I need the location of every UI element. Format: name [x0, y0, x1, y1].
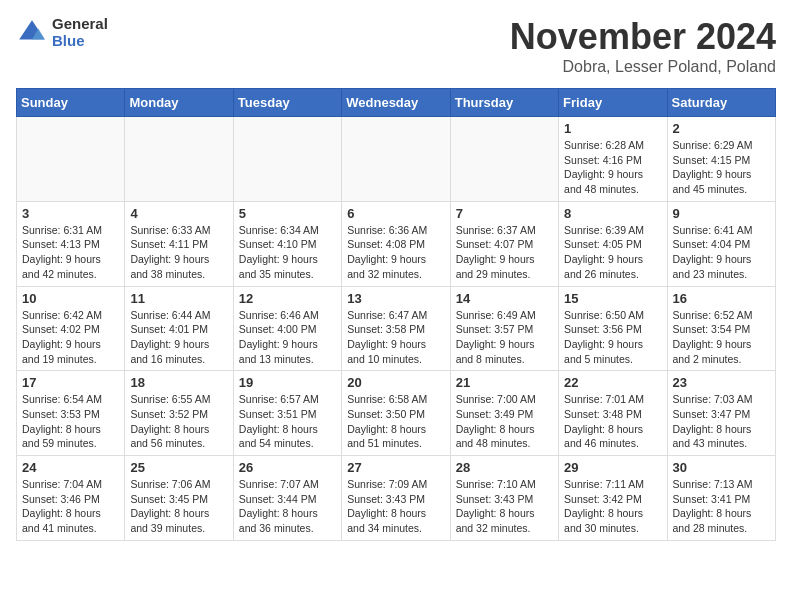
calendar-cell: 9Sunrise: 6:41 AM Sunset: 4:04 PM Daylig…	[667, 201, 775, 286]
weekday-header: Sunday	[17, 89, 125, 117]
calendar-cell: 20Sunrise: 6:58 AM Sunset: 3:50 PM Dayli…	[342, 371, 450, 456]
weekday-header: Friday	[559, 89, 667, 117]
calendar-cell: 18Sunrise: 6:55 AM Sunset: 3:52 PM Dayli…	[125, 371, 233, 456]
calendar-cell: 16Sunrise: 6:52 AM Sunset: 3:54 PM Dayli…	[667, 286, 775, 371]
calendar-cell	[17, 117, 125, 202]
day-info: Sunrise: 7:10 AM Sunset: 3:43 PM Dayligh…	[456, 477, 553, 536]
day-info: Sunrise: 6:34 AM Sunset: 4:10 PM Dayligh…	[239, 223, 336, 282]
day-number: 3	[22, 206, 119, 221]
day-info: Sunrise: 6:49 AM Sunset: 3:57 PM Dayligh…	[456, 308, 553, 367]
day-info: Sunrise: 6:33 AM Sunset: 4:11 PM Dayligh…	[130, 223, 227, 282]
day-number: 7	[456, 206, 553, 221]
day-number: 18	[130, 375, 227, 390]
calendar-week-row: 17Sunrise: 6:54 AM Sunset: 3:53 PM Dayli…	[17, 371, 776, 456]
day-number: 14	[456, 291, 553, 306]
calendar-week-row: 10Sunrise: 6:42 AM Sunset: 4:02 PM Dayli…	[17, 286, 776, 371]
weekday-header: Wednesday	[342, 89, 450, 117]
calendar-cell	[342, 117, 450, 202]
calendar-cell: 19Sunrise: 6:57 AM Sunset: 3:51 PM Dayli…	[233, 371, 341, 456]
day-number: 13	[347, 291, 444, 306]
day-info: Sunrise: 7:06 AM Sunset: 3:45 PM Dayligh…	[130, 477, 227, 536]
logo-icon	[16, 17, 48, 49]
day-number: 8	[564, 206, 661, 221]
calendar-cell: 29Sunrise: 7:11 AM Sunset: 3:42 PM Dayli…	[559, 456, 667, 541]
day-info: Sunrise: 6:58 AM Sunset: 3:50 PM Dayligh…	[347, 392, 444, 451]
day-number: 21	[456, 375, 553, 390]
day-info: Sunrise: 7:04 AM Sunset: 3:46 PM Dayligh…	[22, 477, 119, 536]
calendar-cell	[450, 117, 558, 202]
day-info: Sunrise: 6:55 AM Sunset: 3:52 PM Dayligh…	[130, 392, 227, 451]
calendar-cell: 11Sunrise: 6:44 AM Sunset: 4:01 PM Dayli…	[125, 286, 233, 371]
day-number: 9	[673, 206, 770, 221]
weekday-header: Monday	[125, 89, 233, 117]
calendar-cell: 24Sunrise: 7:04 AM Sunset: 3:46 PM Dayli…	[17, 456, 125, 541]
day-info: Sunrise: 6:52 AM Sunset: 3:54 PM Dayligh…	[673, 308, 770, 367]
day-info: Sunrise: 6:28 AM Sunset: 4:16 PM Dayligh…	[564, 138, 661, 197]
day-number: 6	[347, 206, 444, 221]
calendar-table: SundayMondayTuesdayWednesdayThursdayFrid…	[16, 88, 776, 541]
day-info: Sunrise: 6:44 AM Sunset: 4:01 PM Dayligh…	[130, 308, 227, 367]
calendar-cell: 8Sunrise: 6:39 AM Sunset: 4:05 PM Daylig…	[559, 201, 667, 286]
calendar-cell: 4Sunrise: 6:33 AM Sunset: 4:11 PM Daylig…	[125, 201, 233, 286]
day-info: Sunrise: 6:31 AM Sunset: 4:13 PM Dayligh…	[22, 223, 119, 282]
day-number: 2	[673, 121, 770, 136]
day-number: 25	[130, 460, 227, 475]
day-info: Sunrise: 6:47 AM Sunset: 3:58 PM Dayligh…	[347, 308, 444, 367]
day-number: 29	[564, 460, 661, 475]
page-header: General Blue November 2024 Dobra, Lesser…	[16, 16, 776, 76]
day-number: 1	[564, 121, 661, 136]
day-number: 26	[239, 460, 336, 475]
weekday-header: Saturday	[667, 89, 775, 117]
day-info: Sunrise: 6:50 AM Sunset: 3:56 PM Dayligh…	[564, 308, 661, 367]
day-number: 12	[239, 291, 336, 306]
day-number: 11	[130, 291, 227, 306]
calendar-cell: 23Sunrise: 7:03 AM Sunset: 3:47 PM Dayli…	[667, 371, 775, 456]
day-info: Sunrise: 6:42 AM Sunset: 4:02 PM Dayligh…	[22, 308, 119, 367]
logo-blue: Blue	[52, 33, 108, 50]
day-info: Sunrise: 7:00 AM Sunset: 3:49 PM Dayligh…	[456, 392, 553, 451]
logo: General Blue	[16, 16, 108, 49]
day-info: Sunrise: 6:29 AM Sunset: 4:15 PM Dayligh…	[673, 138, 770, 197]
calendar-cell: 28Sunrise: 7:10 AM Sunset: 3:43 PM Dayli…	[450, 456, 558, 541]
day-number: 20	[347, 375, 444, 390]
weekday-header-row: SundayMondayTuesdayWednesdayThursdayFrid…	[17, 89, 776, 117]
day-number: 4	[130, 206, 227, 221]
calendar-cell: 6Sunrise: 6:36 AM Sunset: 4:08 PM Daylig…	[342, 201, 450, 286]
calendar-week-row: 1Sunrise: 6:28 AM Sunset: 4:16 PM Daylig…	[17, 117, 776, 202]
day-info: Sunrise: 7:01 AM Sunset: 3:48 PM Dayligh…	[564, 392, 661, 451]
calendar-week-row: 24Sunrise: 7:04 AM Sunset: 3:46 PM Dayli…	[17, 456, 776, 541]
day-number: 24	[22, 460, 119, 475]
day-number: 15	[564, 291, 661, 306]
calendar-cell: 25Sunrise: 7:06 AM Sunset: 3:45 PM Dayli…	[125, 456, 233, 541]
calendar-cell: 17Sunrise: 6:54 AM Sunset: 3:53 PM Dayli…	[17, 371, 125, 456]
day-info: Sunrise: 7:11 AM Sunset: 3:42 PM Dayligh…	[564, 477, 661, 536]
day-number: 23	[673, 375, 770, 390]
day-number: 16	[673, 291, 770, 306]
weekday-header: Thursday	[450, 89, 558, 117]
calendar-cell	[233, 117, 341, 202]
day-info: Sunrise: 6:39 AM Sunset: 4:05 PM Dayligh…	[564, 223, 661, 282]
day-number: 22	[564, 375, 661, 390]
calendar-cell: 10Sunrise: 6:42 AM Sunset: 4:02 PM Dayli…	[17, 286, 125, 371]
calendar-cell: 14Sunrise: 6:49 AM Sunset: 3:57 PM Dayli…	[450, 286, 558, 371]
calendar-cell: 30Sunrise: 7:13 AM Sunset: 3:41 PM Dayli…	[667, 456, 775, 541]
calendar-cell: 21Sunrise: 7:00 AM Sunset: 3:49 PM Dayli…	[450, 371, 558, 456]
calendar-cell	[125, 117, 233, 202]
day-info: Sunrise: 6:46 AM Sunset: 4:00 PM Dayligh…	[239, 308, 336, 367]
day-info: Sunrise: 6:54 AM Sunset: 3:53 PM Dayligh…	[22, 392, 119, 451]
calendar-cell: 3Sunrise: 6:31 AM Sunset: 4:13 PM Daylig…	[17, 201, 125, 286]
logo-general: General	[52, 16, 108, 33]
title-section: November 2024 Dobra, Lesser Poland, Pola…	[510, 16, 776, 76]
day-info: Sunrise: 6:57 AM Sunset: 3:51 PM Dayligh…	[239, 392, 336, 451]
location-title: Dobra, Lesser Poland, Poland	[510, 58, 776, 76]
day-info: Sunrise: 6:36 AM Sunset: 4:08 PM Dayligh…	[347, 223, 444, 282]
day-number: 19	[239, 375, 336, 390]
calendar-cell: 22Sunrise: 7:01 AM Sunset: 3:48 PM Dayli…	[559, 371, 667, 456]
calendar-cell: 1Sunrise: 6:28 AM Sunset: 4:16 PM Daylig…	[559, 117, 667, 202]
calendar-week-row: 3Sunrise: 6:31 AM Sunset: 4:13 PM Daylig…	[17, 201, 776, 286]
calendar-cell: 7Sunrise: 6:37 AM Sunset: 4:07 PM Daylig…	[450, 201, 558, 286]
day-number: 5	[239, 206, 336, 221]
day-info: Sunrise: 6:37 AM Sunset: 4:07 PM Dayligh…	[456, 223, 553, 282]
weekday-header: Tuesday	[233, 89, 341, 117]
calendar-cell: 2Sunrise: 6:29 AM Sunset: 4:15 PM Daylig…	[667, 117, 775, 202]
